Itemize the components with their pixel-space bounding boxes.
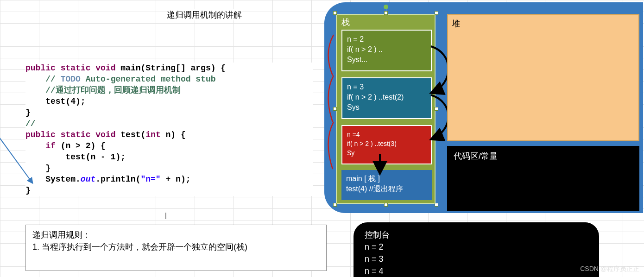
resize-handle-icon[interactable] [435,203,438,207]
call-recurse: test(n - 1); [65,152,126,162]
resize-handle-icon[interactable] [333,107,337,111]
rules-item-1: 1. 当程序执行到一个方法时，就会开辟一个独立的空间(栈) [32,241,320,253]
sig-main: (String[] args) { [141,63,226,73]
console-line: n = 2 [365,241,588,253]
stack-frame-n3: n = 3 if( n > 2 ) ..test(2) Sys [341,77,432,119]
call-test4: test(4); [45,97,85,106]
text-cursor-icon: I [164,211,167,221]
stack-frame-n2: n = 2 if( n > 2 ) .. Syst... [341,30,432,71]
comment-sep: // [25,119,36,128]
memory-panel: 栈 n = 2 if( n > 2 ) .. Syst... n = 3 if(… [324,2,643,213]
watermark: CSDN @程序员正正 [580,265,639,273]
resize-handle-icon[interactable] [435,11,438,15]
code-area-title: 代码区/常量 [454,151,633,162]
comment-todo: // TODO Auto-generated method stub [45,75,215,84]
rules-header: 递归调用规则： [32,229,320,241]
kw-public: public [25,63,56,73]
diagram-title: 递归调用机制的讲解 [167,9,242,20]
resize-handle-icon[interactable] [333,11,337,15]
heap-region [447,14,639,141]
kw-void: void [95,63,115,73]
resize-handle-icon[interactable] [384,203,388,207]
stack-frame-n4: n =4 if( n > 2 ) ..test(3) Sy [341,125,432,164]
code-area-region: 代码区/常量 [447,146,639,211]
resize-handle-icon[interactable] [435,107,438,111]
console-line: n = 4 [365,265,588,277]
rules-box: 递归调用规则： 1. 当程序执行到一个方法时，就会开辟一个独立的空间(栈) [25,225,327,271]
method-main: main [120,63,140,73]
stack-frame-main: main [ 栈 ] test(4) //退出程序 [341,170,432,200]
brace-close: } [25,108,31,117]
stack-region[interactable]: 栈 n = 2 if( n > 2 ) .. Syst... n = 3 if(… [336,14,436,204]
resize-handle-icon[interactable] [333,203,337,207]
comment-cn: //通过打印问题，回顾递归调用机制 [45,86,181,95]
stack-title: 栈 [337,15,435,30]
console-title: 控制台 [365,229,588,241]
console-line: n = 3 [365,253,588,265]
heap-title: 堆 [452,18,460,29]
method-test: test [120,130,140,139]
kw-static: static [61,63,91,73]
rotate-handle-icon[interactable] [384,5,388,9]
console-box: 控制台 n = 2 n = 3 n = 4 [354,222,599,277]
code-block: public static void main(String[] args) {… [25,63,313,196]
